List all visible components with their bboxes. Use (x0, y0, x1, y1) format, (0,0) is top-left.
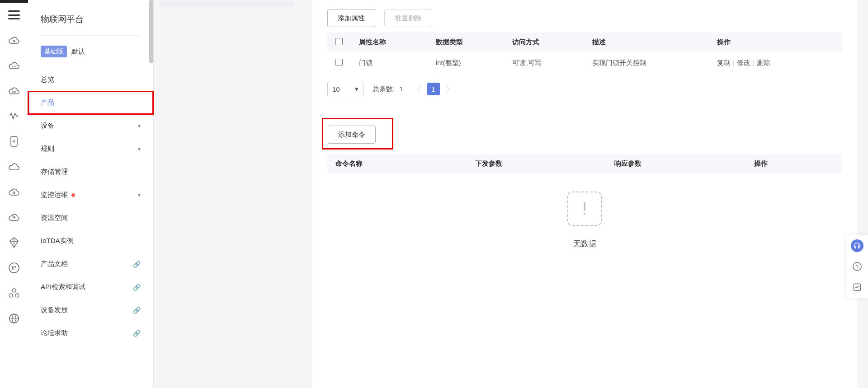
chevron-down-icon: ▾ (138, 123, 141, 129)
nav-forum-help[interactable]: 论坛求助🔗 (28, 322, 153, 345)
nav-monitor[interactable]: 监控运维▾ (28, 183, 153, 206)
select-all-checkbox[interactable] (335, 38, 343, 45)
empty-folder-icon: ! (567, 192, 602, 226)
notification-dot-icon (71, 193, 75, 197)
table-row: 门锁 int(整型) 可读,可写 实现门锁开关控制 复制| 修改| 删除 (327, 52, 842, 74)
col-attr-description: 描述 (584, 33, 709, 52)
cloud-upload-icon[interactable] (8, 211, 20, 223)
nav-product-doc[interactable]: 产品文档🔗 (28, 252, 153, 276)
external-link-icon: 🔗 (133, 284, 141, 291)
add-command-highlight: 添加命令 (322, 118, 393, 150)
empty-text: 无数据 (573, 238, 596, 249)
page-size-select[interactable]: 10 ▾ (327, 82, 363, 96)
sidebar-scrollbar[interactable] (149, 0, 153, 63)
svg-text:?: ? (856, 264, 859, 270)
help-question-icon[interactable]: ? (851, 260, 863, 273)
cloud-icon[interactable] (8, 34, 20, 46)
chevron-down-icon: ▾ (138, 192, 141, 198)
external-link-icon: 🔗 (133, 307, 141, 314)
col-attr-name: 属性名称 (351, 33, 428, 52)
svg-rect-4 (11, 136, 17, 146)
diamond-icon[interactable] (8, 237, 20, 248)
col-cmd-action: 操作 (746, 154, 842, 173)
nav-overview[interactable]: 总览 (28, 68, 153, 91)
col-cmd-name: 命令名称 (327, 154, 467, 173)
feedback-icon[interactable] (851, 281, 863, 294)
copy-button[interactable]: 复制 (717, 59, 731, 66)
chevron-down-icon: ▾ (355, 85, 359, 93)
collapsed-panel-stub (158, 1, 294, 6)
edition-badge: 基础版 (41, 46, 67, 57)
external-link-icon: 🔗 (133, 330, 141, 337)
batch-delete-button: 批量删除 (384, 9, 432, 27)
modify-button[interactable]: 修改 (737, 59, 750, 66)
pagination: 10 ▾ 总条数: 1 〈 1 〉 (327, 82, 842, 96)
svg-point-0 (13, 40, 15, 42)
nav-product[interactable]: 产品 (28, 91, 153, 114)
globe-icon[interactable] (8, 313, 20, 324)
icon-rail: IP (0, 0, 28, 388)
external-link-icon: 🔗 (133, 261, 141, 268)
col-attr-datatype: 数据类型 (428, 33, 505, 52)
edition-default-label: 默认 (71, 47, 85, 56)
svg-point-10 (15, 294, 19, 297)
content-area: 添加属性 批量删除 属性名称 数据类型 访问方式 描述 操作 (154, 0, 868, 388)
total-count: 1 (399, 85, 403, 93)
commands-table: 命令名称 下发参数 响应参数 操作 (327, 154, 842, 173)
nav-device[interactable]: 设备▾ (28, 114, 153, 137)
ip-icon[interactable]: IP (8, 262, 20, 274)
nav-device-dispatch[interactable]: 设备发放🔗 (28, 299, 153, 322)
cell-attr-access: 可读,可写 (504, 52, 584, 74)
add-command-button[interactable]: 添加命令 (328, 126, 376, 144)
chevron-down-icon: ▾ (138, 146, 141, 152)
page-number-1[interactable]: 1 (427, 83, 440, 95)
cell-attr-name: 门锁 (351, 52, 428, 74)
row-checkbox[interactable] (335, 59, 343, 66)
prev-page-button[interactable]: 〈 (412, 83, 423, 95)
cell-attr-actions: 复制| 修改| 删除 (709, 52, 842, 74)
next-page-button[interactable]: 〉 (444, 83, 455, 95)
nav-rule[interactable]: 规则▾ (28, 137, 153, 160)
total-label: 总条数: (373, 85, 395, 93)
wave-icon[interactable] (8, 110, 20, 122)
cloud-plain-icon[interactable] (8, 161, 20, 173)
col-cmd-resp: 响应参数 (606, 154, 746, 173)
help-float-panel: ? (846, 235, 868, 298)
svg-point-8 (12, 289, 16, 292)
cloud-dots-icon[interactable] (8, 60, 20, 71)
svg-point-5 (13, 140, 15, 142)
headset-icon[interactable] (851, 239, 863, 252)
svg-point-2 (14, 66, 14, 67)
sidebar: 物联网平台 基础版 默认 总览 产品 设备▾ 规则▾ 存储管理 监控运维▾ 资源… (28, 0, 154, 388)
nav-storage[interactable]: 存储管理 (28, 160, 153, 183)
svg-point-1 (12, 66, 13, 67)
cluster-icon[interactable] (8, 287, 20, 299)
add-attribute-button[interactable]: 添加属性 (327, 9, 375, 27)
col-cmd-down: 下发参数 (467, 154, 607, 173)
delete-button[interactable]: 删除 (757, 59, 770, 66)
svg-point-9 (9, 294, 13, 297)
nav-resource-space[interactable]: 资源空间 (28, 206, 153, 229)
cell-attr-description: 实现门锁开关控制 (584, 52, 709, 74)
cloud-download-icon[interactable] (8, 186, 20, 198)
hamburger-menu-icon[interactable] (8, 9, 20, 21)
attributes-table: 属性名称 数据类型 访问方式 描述 操作 门锁 int(整型) 可读,可写 实现… (327, 33, 842, 74)
col-attr-action: 操作 (709, 33, 842, 52)
device-icon[interactable] (8, 136, 20, 147)
nav-iotda-instance[interactable]: IoTDA实例 (28, 229, 153, 252)
sidebar-title: 物联网平台 (28, 14, 153, 35)
cloud-lines-icon[interactable] (8, 85, 20, 97)
svg-point-3 (15, 66, 16, 67)
svg-text:IP: IP (12, 266, 16, 271)
commands-empty-state: ! 无数据 (327, 173, 842, 267)
cell-attr-datatype: int(整型) (428, 52, 505, 74)
nav-api-debug[interactable]: API检索和调试🔗 (28, 276, 153, 299)
col-attr-access: 访问方式 (504, 33, 584, 52)
